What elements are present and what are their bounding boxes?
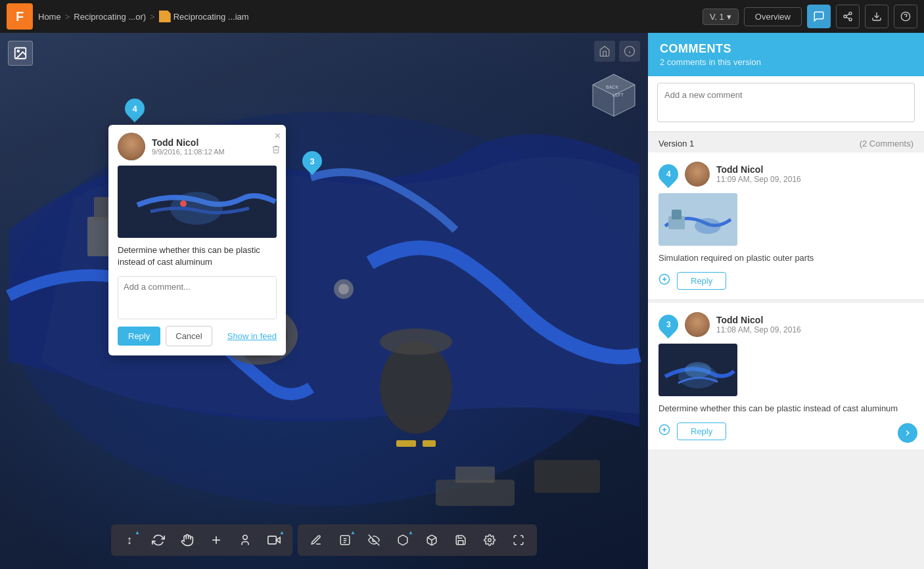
info-icon-button[interactable] [619,41,640,62]
home-icon-button[interactable] [594,41,615,62]
marker-3-label: 3 [310,156,314,166]
breadcrumb-file2-container: Reciprocating ...iam [159,11,249,22]
help-nav-button[interactable] [894,5,917,28]
viewport[interactable]: BACK LEFT 4 3 Todd Nicol 9/9/2016, 11:08… [0,33,648,569]
comment-expand-4[interactable] [658,273,670,288]
comment-card-4: 4 Todd Nicol 11:09 AM, Sep 09, 2016 [648,152,924,299]
popup-close-button[interactable]: × [275,130,281,142]
tb-box-btn[interactable]: ▲ [391,528,415,552]
comment-badge-4[interactable]: 4 [655,160,682,188]
breadcrumb-file1[interactable]: Reciprocating ...or) [74,12,146,22]
comment-footer-4: Reply [658,272,913,290]
popup-cancel-button[interactable]: Cancel [166,326,212,346]
comment-card-4-header: 4 Todd Nicol 11:09 AM, Sep 09, 2016 [658,162,913,187]
version-button[interactable]: V. 1 ▾ [703,9,739,25]
comment-reply-3[interactable]: Reply [677,422,726,440]
svg-point-37 [180,200,187,207]
overview-button[interactable]: Overview [744,7,802,26]
share-nav-button[interactable] [836,5,860,28]
popup-thumbnail [118,166,277,238]
tb-save-btn[interactable] [449,528,473,552]
svg-rect-48 [672,210,681,219]
tb-pan-btn[interactable] [175,528,199,552]
comment-popup: Todd Nicol 9/9/2016, 11:08:12 AM × [108,125,286,355]
svg-text:BACK: BACK [606,85,618,89]
svg-rect-23 [423,440,436,447]
svg-line-4 [846,14,850,16]
tb-settings-btn[interactable] [478,528,501,552]
download-nav-button[interactable] [865,5,889,28]
comment-reply-4[interactable]: Reply [677,272,726,290]
nav-cube[interactable]: BACK LEFT [588,69,640,122]
new-comment-input[interactable] [657,83,915,122]
tb-markup-btn[interactable]: ▲ [333,528,357,552]
new-comment-area [648,76,924,132]
comment-nav-button[interactable] [807,5,831,28]
comment-card-3-inner: 3 Todd Nicol 11:08 AM, Sep 09, 2016 [648,303,924,449]
popup-show-feed-button[interactable]: Show in feed [227,331,277,341]
comment-card-4-inner: 4 Todd Nicol 11:09 AM, Sep 09, 2016 [648,152,924,299]
svg-point-0 [849,12,852,14]
svg-point-1 [844,15,846,18]
logo-text: F [16,9,24,24]
tb-pencil-btn[interactable] [304,528,328,552]
comment-card-3-header: 3 Todd Nicol 11:08 AM, Sep 09, 2016 [658,312,913,337]
viewport-top-icons [594,41,640,62]
toolbar-group-tools: ▲ ▲ [298,524,537,556]
image-toggle-button[interactable] [8,41,33,66]
top-nav: F Home > Reciprocating ...or) > Reciproc… [0,0,924,33]
avatar-face [118,133,145,160]
version-label: Version 1 [658,139,694,148]
breadcrumb-file2[interactable]: Reciprocating ...iam [173,12,249,22]
tb-zoom-btn[interactable] [204,528,228,552]
popup-thumb-image [118,166,277,238]
svg-line-3 [846,17,850,19]
comment-body-4: Simulation required on plastic outer par… [658,252,913,264]
tb-camera-btn[interactable]: ▲ [262,528,286,552]
bottom-toolbar: ↕ ▲ ▲ [111,524,537,556]
svg-point-49 [695,218,721,234]
comments-title: COMMENTS [660,42,912,56]
popup-username: Todd Nicol [152,137,277,148]
popup-user-info: Todd Nicol 9/9/2016, 11:08:12 AM [152,137,277,156]
comment-avatar-3 [685,312,710,337]
popup-reply-input[interactable] [118,277,276,316]
comment-username-4: Todd Nicol [716,164,801,175]
comment-user-info-3: Todd Nicol 11:08 AM, Sep 09, 2016 [716,315,801,334]
sep2: > [150,12,155,22]
breadcrumb-home[interactable]: Home [38,12,61,22]
comment-expand-3[interactable] [658,424,670,439]
tb-orbit-btn[interactable]: ↕ ▲ [118,528,141,552]
version-arrow: ▾ [727,12,731,22]
svg-point-12 [380,342,452,434]
comments-list: Version 1 (2 Comments) 4 Todd Nicol 11:0… [648,132,924,569]
tb-cube-btn[interactable] [420,528,444,552]
popup-date: 9/9/2016, 11:08:12 AM [152,148,277,156]
popup-delete-button[interactable] [271,145,281,156]
3d-model [0,33,648,569]
tb-person-btn[interactable] [233,528,257,552]
popup-header: Todd Nicol 9/9/2016, 11:08:12 AM × [108,125,286,166]
main-container: BACK LEFT 4 3 Todd Nicol 9/9/2016, 11:08… [0,33,924,569]
comment-count: (2 Comments) [860,139,913,148]
badge-4-label: 4 [666,170,671,179]
version-label: V. 1 [710,12,724,22]
svg-text:LEFT: LEFT [612,93,624,97]
tb-spin-btn[interactable] [147,528,170,552]
svg-rect-20 [455,467,495,483]
tb-hide-btn[interactable] [362,528,386,552]
popup-comment-text: Determine whether this can be plastic in… [108,244,286,276]
marker-4-label: 4 [132,104,137,114]
sep1: > [65,12,70,22]
comment-time-3: 11:08 AM, Sep 09, 2016 [716,325,801,334]
tb-fullscreen-btn[interactable] [507,528,530,552]
comment-thumbnail-3 [658,344,737,396]
svg-point-25 [17,50,19,52]
popup-reply-area [118,276,277,319]
popup-reply-button[interactable]: Reply [118,327,160,346]
logo-button[interactable]: F [7,3,33,30]
comment-user-info-4: Todd Nicol 11:09 AM, Sep 09, 2016 [716,164,801,184]
comment-badge-3[interactable]: 3 [655,311,682,338]
comment-body-3: Determine whether this can be plastic in… [658,403,913,415]
file-icon [159,11,171,22]
